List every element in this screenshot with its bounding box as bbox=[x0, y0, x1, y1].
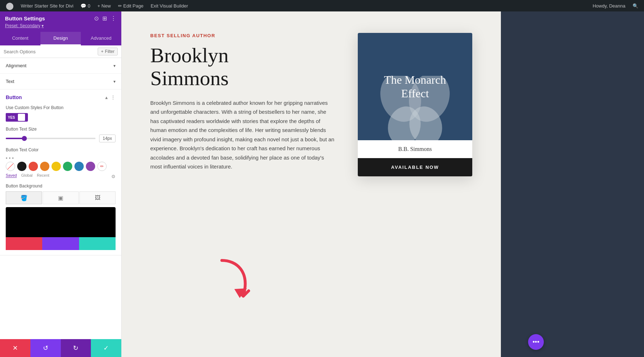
text-chevron: ▾ bbox=[113, 79, 116, 84]
swatch-red[interactable] bbox=[29, 162, 38, 171]
hero-eyebrow: BEST SELLING AUTHOR bbox=[150, 33, 336, 38]
slider-fill bbox=[6, 138, 24, 139]
comment-icon: 💬 bbox=[80, 3, 86, 9]
available-now-button[interactable]: AVAILABLE NOW bbox=[358, 158, 472, 176]
edit-page-label: Edit Page bbox=[123, 3, 143, 9]
tab-content[interactable]: Content bbox=[0, 32, 40, 45]
alignment-chevron: ▾ bbox=[113, 63, 116, 68]
color-gear-icon[interactable]: ⚙ bbox=[111, 174, 116, 179]
image-icon: 🖼 bbox=[95, 195, 101, 201]
content-area: BEST SELLING AUTHOR Brooklyn Simmons Bro… bbox=[122, 11, 644, 357]
available-btn-container: AVAILABLE NOW bbox=[358, 158, 472, 176]
howdy-label: Howdy, Deanna bbox=[590, 0, 628, 11]
color-strip-red bbox=[6, 237, 42, 250]
tab-advanced[interactable]: Advanced bbox=[81, 32, 121, 45]
dots-fab-button[interactable]: ••• bbox=[528, 334, 544, 350]
swatch-transparent[interactable] bbox=[6, 162, 15, 171]
edit-page-btn[interactable]: ✏ Edit Page bbox=[115, 0, 146, 11]
color-tab-global[interactable]: Global bbox=[21, 173, 33, 178]
book-cover-title: The Monarch Effect bbox=[384, 73, 446, 101]
more-options-icon[interactable]: ⋮ bbox=[111, 15, 116, 22]
preset-selector[interactable]: Preset: Secondary ▾ bbox=[5, 23, 116, 28]
site-name: Writer Starter Site for Divi bbox=[21, 3, 73, 9]
new-label: + New bbox=[97, 3, 111, 9]
hero-body: Brooklyn Simmons is a celebrated author … bbox=[150, 98, 336, 171]
alignment-section[interactable]: Alignment ▾ bbox=[0, 58, 121, 74]
comments-btn[interactable]: 💬 0 bbox=[78, 0, 93, 11]
site-name-btn[interactable]: Writer Starter Site for Divi bbox=[18, 0, 76, 11]
color-strip-purple bbox=[42, 237, 79, 250]
preset-label: Preset: Secondary bbox=[5, 23, 40, 28]
swatch-blue[interactable] bbox=[74, 162, 84, 171]
panel-header-icons: ⊙ ⊞ ⋮ bbox=[94, 15, 116, 22]
swatch-yellow[interactable] bbox=[52, 162, 61, 171]
redo-icon: ↻ bbox=[73, 344, 78, 352]
color-strip-teal bbox=[79, 237, 116, 250]
search-btn[interactable]: 🔍 bbox=[630, 0, 641, 11]
focus-icon[interactable]: ⊙ bbox=[94, 15, 99, 22]
preset-caret: ▾ bbox=[42, 23, 44, 28]
search-bar: + Filter bbox=[0, 45, 121, 58]
button-section-collapse[interactable]: ▴ bbox=[105, 94, 108, 100]
toggle-knob bbox=[18, 114, 25, 121]
filter-button[interactable]: + Filter bbox=[98, 48, 118, 55]
alignment-label: Alignment bbox=[6, 63, 26, 68]
settings-panel: Button Settings ⊙ ⊞ ⋮ Preset: Secondary … bbox=[0, 11, 122, 357]
bg-options: 🪣 ▣ 🖼 bbox=[6, 191, 116, 204]
bg-gradient-option[interactable]: ▣ bbox=[43, 191, 79, 204]
swatch-orange[interactable] bbox=[40, 162, 49, 171]
swatch-black[interactable] bbox=[17, 162, 26, 171]
color-tab-recent[interactable]: Recent bbox=[37, 173, 49, 178]
text-size-track[interactable] bbox=[6, 138, 96, 139]
undo-button[interactable]: ↺ bbox=[30, 339, 61, 357]
swatch-green[interactable] bbox=[63, 162, 72, 171]
color-preview bbox=[6, 207, 116, 250]
panel-tabs: Content Design Advanced bbox=[0, 32, 121, 45]
button-section-more[interactable]: ⋮ bbox=[111, 94, 116, 100]
admin-bar-right: Howdy, Deanna 🔍 bbox=[590, 0, 641, 11]
wordpress-icon-btn[interactable]: ⬤ bbox=[3, 0, 16, 11]
color-more-dots[interactable]: • • • bbox=[6, 155, 116, 161]
slider-thumb[interactable] bbox=[22, 136, 27, 141]
new-btn[interactable]: + New bbox=[94, 0, 113, 11]
button-section-header: Button ▴ ⋮ bbox=[6, 94, 116, 100]
swatch-custom[interactable]: ✏ bbox=[97, 162, 107, 171]
undo-icon: ↺ bbox=[43, 344, 48, 352]
text-size-slider-row: 14px bbox=[6, 135, 116, 142]
toggle-yes-label: YES bbox=[6, 113, 17, 122]
bg-image-option[interactable]: 🖼 bbox=[79, 191, 116, 204]
grid-icon[interactable]: ⊞ bbox=[102, 15, 107, 22]
use-custom-label: Use Custom Styles For Button bbox=[6, 105, 116, 110]
confirm-button[interactable]: ✓ bbox=[91, 339, 121, 357]
cancel-button[interactable]: ✕ bbox=[0, 339, 30, 357]
color-bottom-strip bbox=[6, 237, 116, 250]
main-layout: Button Settings ⊙ ⊞ ⋮ Preset: Secondary … bbox=[0, 11, 644, 357]
book-cover: The Monarch Effect bbox=[358, 33, 472, 140]
bg-fill-option[interactable]: 🪣 bbox=[6, 191, 42, 204]
swatch-purple[interactable] bbox=[86, 162, 95, 171]
button-section-title: Button bbox=[6, 94, 22, 100]
exit-builder-label: Exit Visual Builder bbox=[151, 3, 188, 9]
text-size-value[interactable]: 14px bbox=[99, 135, 116, 142]
book-card: The Monarch Effect B.B. Simmons AVAILABL… bbox=[358, 33, 472, 176]
bg-label: Button Background bbox=[6, 184, 116, 189]
tab-design[interactable]: Design bbox=[40, 32, 81, 45]
custom-styles-toggle[interactable]: YES bbox=[6, 113, 28, 122]
text-section[interactable]: Text ▾ bbox=[0, 74, 121, 89]
redo-button[interactable]: ↻ bbox=[61, 339, 91, 357]
search-input[interactable] bbox=[4, 49, 96, 54]
confirm-icon: ✓ bbox=[103, 344, 109, 352]
filter-plus-icon: + bbox=[101, 49, 103, 54]
text-label: Text bbox=[6, 79, 14, 84]
color-tab-saved[interactable]: Saved bbox=[6, 173, 17, 178]
exit-builder-btn[interactable]: Exit Visual Builder bbox=[148, 0, 191, 11]
cancel-icon: ✕ bbox=[13, 344, 18, 352]
hero-title: Brooklyn Simmons bbox=[150, 44, 336, 90]
panel-content: Alignment ▾ Text ▾ Button ▴ ⋮ Use Custom bbox=[0, 58, 121, 339]
text-color-label: Button Text Color bbox=[6, 147, 116, 152]
fill-icon: 🪣 bbox=[20, 195, 28, 201]
comment-count: 0 bbox=[88, 3, 90, 9]
gradient-icon: ▣ bbox=[58, 195, 63, 201]
dots-icon: ••• bbox=[533, 338, 540, 346]
filter-label: Filter bbox=[105, 49, 114, 54]
